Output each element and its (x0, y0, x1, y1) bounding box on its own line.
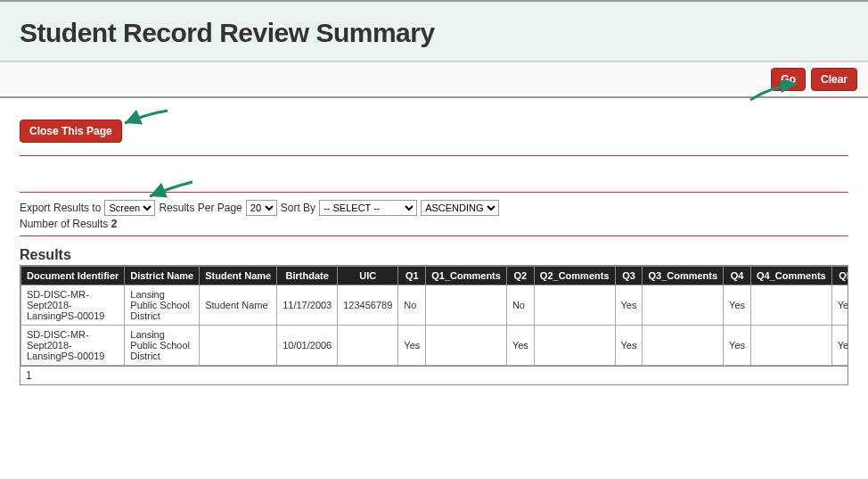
col-header: Q3_Comments (643, 267, 724, 285)
divider (20, 155, 848, 156)
cell-q1c (426, 285, 507, 326)
col-header: Q4 (724, 267, 751, 285)
sortby-select[interactable]: -- SELECT -- (319, 200, 417, 216)
cell-q1: Yes (398, 326, 426, 366)
cell-birthdate: 11/17/2003 (277, 285, 338, 326)
cell-q3c (643, 285, 724, 326)
rpp-select[interactable]: 20 (246, 200, 277, 216)
cell-birthdate: 10/01/2006 (277, 326, 338, 366)
cell-q2c (534, 326, 615, 366)
export-label: Export Results to (20, 202, 101, 214)
cell-q2c (534, 285, 615, 326)
rpp-label: Results Per Page (159, 202, 242, 214)
cell-student (200, 326, 277, 366)
table-row: SD-DISC-MR-Sept2018-LansingPS-00019 Lans… (21, 326, 849, 366)
cell-q5: Yes (831, 326, 848, 366)
results-table: Document Identifier District Name Studen… (20, 266, 848, 366)
col-header: District Name (125, 267, 200, 285)
num-results: Number of Results 2 (20, 218, 848, 230)
cell-district: Lansing Public School District (125, 285, 200, 326)
action-bar: Go Clear (0, 62, 868, 98)
cell-q2: Yes (506, 326, 534, 366)
col-header: Q3 (615, 267, 643, 285)
cell-uic (338, 326, 398, 366)
controls-row: Export Results to Screen Results Per Pag… (20, 200, 848, 216)
cell-q4c (751, 326, 832, 366)
col-header: Q4_Comments (751, 267, 832, 285)
cell-district: Lansing Public School District (125, 326, 200, 366)
cell-q1c (426, 326, 507, 366)
sortby-label: Sort By (281, 202, 315, 214)
num-results-value: 2 (111, 218, 118, 230)
col-header: UIC (338, 267, 398, 285)
cell-uic: 123456789 (338, 285, 398, 326)
page-title: Student Record Review Summary (20, 18, 848, 48)
col-header: Q1 (398, 267, 426, 285)
col-header: Q2 (506, 267, 534, 285)
close-row: Close This Page (20, 107, 848, 150)
annotation-arrow-icon (119, 107, 169, 128)
cell-doc-id: SD-DISC-MR-Sept2018-LansingPS-00019 (21, 285, 125, 326)
col-header: Q5 (831, 267, 848, 285)
col-header: Birthdate (277, 267, 338, 285)
cell-q3c (643, 326, 724, 366)
cell-q5: Yes (831, 285, 848, 326)
cell-q4c (751, 285, 832, 326)
content-area: Close This Page Export Results to Screen… (0, 98, 868, 394)
cell-q3: Yes (615, 326, 643, 366)
table-row: SD-DISC-MR-Sept2018-LansingPS-00019 Lans… (21, 285, 849, 326)
go-button[interactable]: Go (771, 68, 806, 91)
cell-student: Student Name (200, 285, 277, 326)
results-table-wrap[interactable]: Document Identifier District Name Studen… (20, 265, 848, 385)
col-header: Q2_Comments (534, 267, 615, 285)
export-select[interactable]: Screen (104, 200, 155, 216)
table-header-row: Document Identifier District Name Studen… (21, 267, 849, 285)
cell-q1: No (398, 285, 426, 326)
sortdir-select[interactable]: ASCENDING (421, 200, 499, 216)
col-header: Student Name (200, 267, 277, 285)
pager[interactable]: 1 (20, 366, 848, 384)
cell-q3: Yes (615, 285, 643, 326)
cell-q4: Yes (724, 326, 751, 366)
col-header: Document Identifier (21, 267, 125, 285)
cell-q4: Yes (724, 285, 751, 326)
clear-button[interactable]: Clear (811, 68, 857, 91)
title-bar: Student Record Review Summary (0, 0, 868, 62)
divider (20, 235, 848, 236)
divider (20, 192, 848, 193)
col-header: Q1_Comments (426, 267, 507, 285)
close-page-button[interactable]: Close This Page (20, 120, 122, 143)
cell-doc-id: SD-DISC-MR-Sept2018-LansingPS-00019 (21, 326, 125, 366)
results-heading: Results (20, 247, 848, 263)
cell-q2: No (506, 285, 534, 326)
num-results-label: Number of Results (20, 218, 108, 230)
